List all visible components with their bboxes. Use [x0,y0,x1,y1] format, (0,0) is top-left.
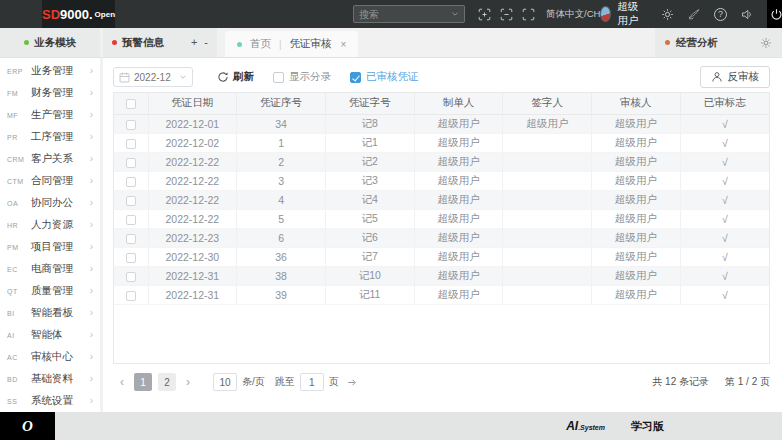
refresh-button[interactable]: 刷新 [217,70,254,84]
row-checkbox[interactable] [126,196,136,206]
analysis-gear-icon[interactable] [760,37,772,49]
audited-vouchers-checkbox[interactable]: 已审核凭证 [350,70,419,84]
tab-voucher-audit[interactable]: 凭证审核 [290,37,332,51]
table-row[interactable]: 2022-12-31 39 记11 超级用户 超级用户 √ [114,285,769,304]
zoom-in-icon[interactable] [478,8,491,21]
cell-voucher-date: 2022-12-22 [148,190,237,209]
cell-maker: 超级用户 [414,285,503,304]
row-checkbox[interactable] [126,291,136,301]
sidebar-item[interactable]: SS 系统设置 › [0,390,100,412]
table-row[interactable]: 2022-12-31 38 记10 超级用户 超级用户 √ [114,266,769,285]
table-row[interactable]: 2022-12-22 5 记5 超级用户 超级用户 √ [114,209,769,228]
checkbox-checked-icon[interactable] [350,72,361,83]
sidebar-item[interactable]: EC 电商管理 › [0,258,100,280]
col-signer[interactable]: 签字人 [503,93,592,114]
module-code-label: HR [7,222,31,229]
table-row[interactable]: 2022-12-22 4 记4 超级用户 超级用户 √ [114,190,769,209]
period-picker[interactable] [113,67,193,87]
sidebar-item[interactable]: HR 人力资源 › [0,214,100,236]
table-row[interactable]: 2022-12-22 3 记3 超级用户 超级用户 √ [114,171,769,190]
warning-add-button[interactable]: + [191,37,197,48]
row-checkbox[interactable] [126,158,136,168]
language-switcher[interactable]: 简体中文/CH [546,8,600,21]
row-checkbox[interactable] [126,120,136,130]
search-input[interactable] [359,9,451,20]
module-code-label: CRM [7,156,31,163]
row-checkbox[interactable] [126,215,136,225]
table-row[interactable]: 2022-12-23 6 记6 超级用户 超级用户 √ [114,228,769,247]
row-checkbox[interactable] [126,177,136,187]
cell-signer [503,209,592,228]
select-all-checkbox[interactable] [126,99,136,109]
global-search[interactable] [353,5,465,23]
sidebar-item[interactable]: PM 项目管理 › [0,236,100,258]
col-audited-flag[interactable]: 已审标志 [680,93,769,114]
cell-auditor: 超级用户 [592,266,681,285]
cell-signer [503,171,592,190]
col-voucher-date[interactable]: 凭证日期 [148,93,237,114]
table-row[interactable]: 2022-12-30 36 记7 超级用户 超级用户 √ [114,247,769,266]
sound-icon[interactable] [740,8,754,21]
warning-collapse-button[interactable]: - [204,37,208,48]
page-button-2[interactable]: 2 [158,373,176,391]
sidebar-item[interactable]: MF 生产管理 › [0,104,100,126]
sidebar-item[interactable]: AI 智能体 › [0,324,100,346]
voucher-toolbar: 刷新 显示分录 已审核凭证 反审核 [113,62,770,92]
next-page-icon[interactable]: › [179,376,197,388]
sidebar-item[interactable]: FM 财务管理 › [0,82,100,104]
sidebar-item[interactable]: CRM 客户关系 › [0,148,100,170]
cell-auditor: 超级用户 [592,247,681,266]
theme-brush-icon[interactable] [687,8,701,21]
show-entries-checkbox[interactable]: 显示分录 [273,70,331,84]
row-checkbox[interactable] [126,253,136,263]
prev-page-icon[interactable]: ‹ [113,376,131,388]
cell-auditor: 超级用户 [592,209,681,228]
table-row[interactable]: 2022-12-22 2 记2 超级用户 超级用户 √ [114,152,769,171]
sidebar-item[interactable]: QT 质量管理 › [0,280,100,302]
table-row[interactable]: 2022-12-02 1 记1 超级用户 超级用户 √ [114,133,769,152]
page-button-1[interactable]: 1 [134,373,152,391]
col-voucher-seq[interactable]: 凭证序号 [237,93,326,114]
reverse-audit-button[interactable]: 反审核 [700,66,771,88]
jump-go-icon[interactable] [347,377,358,388]
sidebar-item[interactable]: BD 基础资料 › [0,368,100,390]
bottom-bar: O AI.System 学习版 [0,412,782,440]
period-input[interactable] [134,72,175,83]
row-checkbox[interactable] [126,139,136,149]
warning-panel: 预警信息 + - [103,28,217,57]
table-row[interactable]: 2022-12-01 34 记8 超级用户 超级用户 超级用户 √ [114,114,769,133]
page-size-select[interactable]: 10 [213,373,237,391]
system-brand-label: .System [578,424,605,431]
cell-voucher-seq: 6 [237,228,326,247]
avatar[interactable] [600,6,611,22]
zoom-out-icon[interactable] [500,8,513,21]
col-voucher-word[interactable]: 凭证字号 [325,93,414,114]
row-checkbox[interactable] [126,272,136,282]
col-auditor[interactable]: 审核人 [592,93,681,114]
close-tab-icon[interactable]: × [341,39,347,50]
row-checkbox[interactable] [126,234,136,244]
cell-voucher-seq: 34 [237,114,326,133]
jump-to-label: 跳至 [275,375,295,389]
module-name-label: 审核中心 [31,350,90,364]
fullscreen-icon[interactable] [522,8,535,21]
cell-audited-flag: √ [680,190,769,209]
cell-auditor: 超级用户 [592,285,681,304]
edition-label: 学习版 [631,419,664,434]
jump-page-input[interactable]: 1 [300,373,324,391]
tab-home[interactable]: 首页 [250,37,271,51]
cell-audited-flag: √ [680,247,769,266]
sidebar-item[interactable]: ERP 业务管理 › [0,60,100,82]
sidebar-item[interactable]: OA 协同办公 › [0,192,100,214]
settings-gear-icon[interactable] [661,8,674,21]
sidebar-item[interactable]: CTM 合同管理 › [0,170,100,192]
help-icon[interactable]: ? [714,8,727,21]
sidebar-item[interactable]: AC 审核中心 › [0,346,100,368]
checkbox-unchecked-icon[interactable] [273,72,284,83]
logout-power-button[interactable] [767,0,782,28]
sidebar-item[interactable]: BI 智能看板 › [0,302,100,324]
module-name-label: 智能看板 [31,306,90,320]
sidebar-item[interactable]: PR 工序管理 › [0,126,100,148]
username-label[interactable]: 超级用户 [617,0,644,28]
col-maker[interactable]: 制单人 [414,93,503,114]
